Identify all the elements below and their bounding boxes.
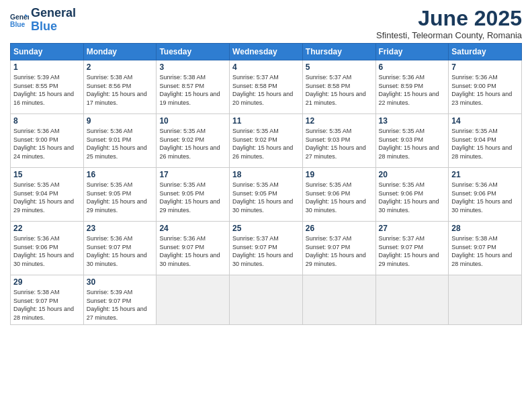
empty-cell bbox=[157, 275, 230, 324]
empty-cell bbox=[449, 275, 522, 324]
day-info: Sunrise: 5:39 AMSunset: 9:07 PMDaylight:… bbox=[87, 288, 154, 322]
col-wednesday: Wednesday bbox=[230, 44, 303, 60]
table-row: 13Sunrise: 5:35 AMSunset: 9:03 PMDayligh… bbox=[375, 114, 449, 168]
day-info: Sunrise: 5:38 AMSunset: 8:56 PMDaylight:… bbox=[87, 73, 154, 107]
table-row: 15Sunrise: 5:35 AMSunset: 9:04 PMDayligh… bbox=[11, 168, 84, 222]
day-number: 11 bbox=[232, 116, 300, 126]
table-row: 9Sunrise: 5:36 AMSunset: 9:01 PMDaylight… bbox=[83, 114, 157, 168]
day-number: 15 bbox=[13, 170, 81, 179]
logo-blue: Blue bbox=[31, 19, 57, 33]
day-info: Sunrise: 5:36 AMSunset: 9:00 PMDaylight:… bbox=[451, 73, 519, 107]
day-info: Sunrise: 5:36 AMSunset: 9:07 PMDaylight:… bbox=[87, 234, 154, 268]
table-row: 17Sunrise: 5:35 AMSunset: 9:05 PMDayligh… bbox=[157, 168, 230, 222]
day-info: Sunrise: 5:37 AMSunset: 9:07 PMDaylight:… bbox=[306, 234, 373, 268]
day-number: 3 bbox=[159, 62, 226, 72]
table-row: 24Sunrise: 5:36 AMSunset: 9:07 PMDayligh… bbox=[157, 222, 230, 275]
day-info: Sunrise: 5:37 AMSunset: 8:58 PMDaylight:… bbox=[232, 73, 300, 107]
day-number: 27 bbox=[379, 224, 446, 233]
day-number: 14 bbox=[451, 116, 519, 126]
day-number: 7 bbox=[451, 62, 519, 72]
table-row: 25Sunrise: 5:37 AMSunset: 9:07 PMDayligh… bbox=[230, 222, 303, 275]
day-number: 12 bbox=[306, 116, 373, 126]
day-info: Sunrise: 5:35 AMSunset: 9:06 PMDaylight:… bbox=[379, 181, 446, 214]
day-number: 18 bbox=[232, 170, 300, 179]
table-row: 4Sunrise: 5:37 AMSunset: 8:58 PMDaylight… bbox=[230, 60, 303, 114]
day-number: 28 bbox=[451, 224, 519, 233]
col-friday: Friday bbox=[375, 44, 449, 60]
day-info: Sunrise: 5:35 AMSunset: 9:03 PMDaylight:… bbox=[306, 127, 373, 161]
calendar-header-row: Sunday Monday Tuesday Wednesday Thursday… bbox=[11, 44, 522, 60]
calendar-week-row: 1Sunrise: 5:39 AMSunset: 8:55 PMDaylight… bbox=[11, 60, 522, 114]
table-row: 11Sunrise: 5:35 AMSunset: 9:02 PMDayligh… bbox=[230, 114, 303, 168]
header: General Blue General Blue June 2025 Sfin… bbox=[10, 7, 522, 40]
day-info: Sunrise: 5:35 AMSunset: 9:03 PMDaylight:… bbox=[379, 127, 446, 161]
empty-cell bbox=[302, 275, 375, 324]
day-number: 5 bbox=[306, 62, 373, 72]
day-info: Sunrise: 5:36 AMSunset: 8:59 PMDaylight:… bbox=[379, 73, 446, 107]
col-monday: Monday bbox=[83, 44, 157, 60]
table-row: 21Sunrise: 5:36 AMSunset: 9:06 PMDayligh… bbox=[449, 168, 522, 222]
day-number: 4 bbox=[232, 62, 300, 72]
day-info: Sunrise: 5:35 AMSunset: 9:05 PMDaylight:… bbox=[159, 181, 226, 214]
table-row: 10Sunrise: 5:35 AMSunset: 9:02 PMDayligh… bbox=[157, 114, 230, 168]
subtitle: Sfintesti, Teleorman County, Romania bbox=[376, 30, 522, 40]
day-info: Sunrise: 5:36 AMSunset: 9:01 PMDaylight:… bbox=[87, 127, 154, 161]
day-info: Sunrise: 5:35 AMSunset: 9:04 PMDaylight:… bbox=[13, 181, 81, 214]
table-row: 20Sunrise: 5:35 AMSunset: 9:06 PMDayligh… bbox=[375, 168, 449, 222]
day-number: 20 bbox=[379, 170, 446, 179]
day-info: Sunrise: 5:35 AMSunset: 9:05 PMDaylight:… bbox=[232, 181, 300, 214]
table-row: 1Sunrise: 5:39 AMSunset: 8:55 PMDaylight… bbox=[11, 60, 84, 114]
day-number: 10 bbox=[159, 116, 226, 126]
day-number: 6 bbox=[379, 62, 446, 72]
calendar-container: General Blue General Blue June 2025 Sfin… bbox=[0, 0, 532, 332]
day-info: Sunrise: 5:35 AMSunset: 9:04 PMDaylight:… bbox=[451, 127, 519, 161]
logo: General Blue General Blue bbox=[10, 7, 76, 34]
day-number: 1 bbox=[13, 62, 81, 72]
day-info: Sunrise: 5:38 AMSunset: 9:07 PMDaylight:… bbox=[13, 288, 81, 322]
day-info: Sunrise: 5:37 AMSunset: 8:58 PMDaylight:… bbox=[306, 73, 373, 107]
calendar-week-row: 29Sunrise: 5:38 AMSunset: 9:07 PMDayligh… bbox=[11, 275, 522, 324]
table-row: 19Sunrise: 5:35 AMSunset: 9:06 PMDayligh… bbox=[302, 168, 375, 222]
table-row: 28Sunrise: 5:38 AMSunset: 9:07 PMDayligh… bbox=[449, 222, 522, 275]
col-sunday: Sunday bbox=[11, 44, 84, 60]
table-row: 26Sunrise: 5:37 AMSunset: 9:07 PMDayligh… bbox=[302, 222, 375, 275]
table-row: 2Sunrise: 5:38 AMSunset: 8:56 PMDaylight… bbox=[83, 60, 157, 114]
day-info: Sunrise: 5:38 AMSunset: 9:07 PMDaylight:… bbox=[451, 234, 519, 268]
table-row: 12Sunrise: 5:35 AMSunset: 9:03 PMDayligh… bbox=[302, 114, 375, 168]
day-info: Sunrise: 5:35 AMSunset: 9:02 PMDaylight:… bbox=[232, 127, 300, 161]
day-number: 22 bbox=[13, 224, 81, 233]
day-number: 19 bbox=[306, 170, 373, 179]
empty-cell bbox=[375, 275, 449, 324]
table-row: 27Sunrise: 5:37 AMSunset: 9:07 PMDayligh… bbox=[375, 222, 449, 275]
table-row: 5Sunrise: 5:37 AMSunset: 8:58 PMDaylight… bbox=[302, 60, 375, 114]
day-number: 23 bbox=[87, 224, 154, 233]
day-info: Sunrise: 5:36 AMSunset: 9:06 PMDaylight:… bbox=[451, 181, 519, 214]
day-number: 17 bbox=[159, 170, 226, 179]
calendar-week-row: 8Sunrise: 5:36 AMSunset: 9:00 PMDaylight… bbox=[11, 114, 522, 168]
day-info: Sunrise: 5:35 AMSunset: 9:06 PMDaylight:… bbox=[306, 181, 373, 214]
table-row: 23Sunrise: 5:36 AMSunset: 9:07 PMDayligh… bbox=[83, 222, 157, 275]
table-row: 29Sunrise: 5:38 AMSunset: 9:07 PMDayligh… bbox=[11, 275, 84, 324]
day-number: 26 bbox=[306, 224, 373, 233]
day-info: Sunrise: 5:36 AMSunset: 9:06 PMDaylight:… bbox=[13, 234, 81, 268]
col-tuesday: Tuesday bbox=[157, 44, 230, 60]
day-info: Sunrise: 5:38 AMSunset: 8:57 PMDaylight:… bbox=[159, 73, 226, 107]
table-row: 22Sunrise: 5:36 AMSunset: 9:06 PMDayligh… bbox=[11, 222, 84, 275]
day-number: 21 bbox=[451, 170, 519, 179]
day-number: 13 bbox=[379, 116, 446, 126]
day-info: Sunrise: 5:37 AMSunset: 9:07 PMDaylight:… bbox=[379, 234, 446, 268]
title-block: June 2025 Sfintesti, Teleorman County, R… bbox=[376, 7, 522, 40]
calendar-table: Sunday Monday Tuesday Wednesday Thursday… bbox=[10, 43, 522, 324]
day-number: 8 bbox=[13, 116, 81, 126]
day-info: Sunrise: 5:36 AMSunset: 9:07 PMDaylight:… bbox=[159, 234, 226, 268]
day-number: 25 bbox=[232, 224, 300, 233]
table-row: 14Sunrise: 5:35 AMSunset: 9:04 PMDayligh… bbox=[449, 114, 522, 168]
day-number: 9 bbox=[87, 116, 154, 126]
month-title: June 2025 bbox=[376, 7, 522, 30]
day-info: Sunrise: 5:39 AMSunset: 8:55 PMDaylight:… bbox=[13, 73, 81, 107]
day-number: 16 bbox=[87, 170, 154, 179]
day-number: 24 bbox=[159, 224, 226, 233]
table-row: 16Sunrise: 5:35 AMSunset: 9:05 PMDayligh… bbox=[83, 168, 157, 222]
col-saturday: Saturday bbox=[449, 44, 522, 60]
calendar-week-row: 15Sunrise: 5:35 AMSunset: 9:04 PMDayligh… bbox=[11, 168, 522, 222]
